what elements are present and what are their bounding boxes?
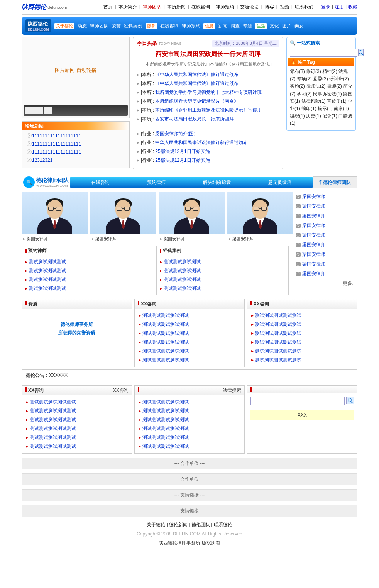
player-btn-3[interactable] — [44, 107, 52, 114]
list-item[interactable]: 测试测试测试测试测试 — [26, 415, 128, 424]
team-nav-item[interactable]: 预约律师 — [147, 179, 166, 186]
nav-item[interactable]: 律师团队 — [90, 23, 108, 29]
top-nav-item[interactable]: 律师预约 — [216, 4, 234, 10]
list-item[interactable]: 测试测试测试测试 — [25, 266, 151, 275]
top-right-link[interactable]: 收藏 — [348, 4, 357, 10]
list-item[interactable]: 测试测试测试测试测试 — [26, 433, 128, 442]
list-item[interactable]: 测试测试测试测试测试 — [251, 329, 353, 338]
lawyer-item[interactable]: 梁国安律师 — [296, 211, 357, 221]
list-item[interactable]: 测试测试测试测试测试 — [139, 442, 240, 451]
list-item[interactable]: 测试测试测试测试测试 — [251, 320, 353, 329]
lawyer-item[interactable]: 梁国安律师 — [296, 221, 357, 230]
list-item[interactable]: 测试测试测试测试测试 — [251, 338, 353, 347]
law-search-input[interactable] — [250, 397, 345, 405]
list-item[interactable]: 测试测试测试测试测试 — [26, 424, 128, 433]
list-item[interactable]: 测试测试测试测试 — [25, 258, 151, 266]
list-item[interactable]: 测试测试测试测试测试 — [139, 338, 240, 347]
list-item[interactable]: 测试测试测试测试测试 — [139, 424, 240, 433]
top-right-link[interactable]: 登录 — [321, 4, 330, 10]
news-item[interactable]: [行业]: 中华人民共和国民事诉讼法修订获得通过颁布 — [137, 138, 279, 147]
top-nav-item[interactable]: 宽频 — [280, 4, 289, 10]
lawyer-item[interactable]: 梁国安律师 — [296, 202, 357, 211]
news-item[interactable]: [行业]: 25部法规12月1日开始实施 — [137, 156, 279, 165]
list-item[interactable]: 测试测试测试测试 — [160, 275, 285, 284]
team-nav-item[interactable]: 解决纠纷锦囊 — [203, 179, 231, 186]
lawyer-item[interactable]: 梁国安律师 — [296, 230, 357, 240]
news-item[interactable]: [本所]: 《中华人民共和国律师法》修订通过颁布 — [137, 70, 279, 79]
nav-item[interactable]: 文化 — [270, 23, 279, 29]
footer-link[interactable]: 德伦新闻 — [169, 522, 188, 527]
nav-item[interactable]: 动态 — [78, 23, 87, 29]
news-item[interactable]: [本所]: 西安市司法局田宏政局长一行来所团拜 — [137, 115, 279, 124]
news-item[interactable]: [本所]: 我所团党委举办学习贯彻党的十七大精神专项研讨班 — [137, 88, 279, 97]
list-item[interactable]: 测试测试测试测试测试 — [139, 433, 240, 442]
nav-item[interactable]: 荣誉 — [112, 23, 121, 29]
forum-item[interactable]: 1111111111111111111 — [25, 140, 126, 148]
hot-tags[interactable]: 颁布(3) 修订(3) 精神(2) 法规(2) 专项(2) 党委(2) 研讨班(… — [288, 66, 354, 129]
top-right-link[interactable]: 注册 — [335, 4, 344, 10]
news-item[interactable]: [行业]: 25部法规12月1日开始实施 — [137, 147, 279, 156]
top-nav-item[interactable]: 本所简介 — [118, 4, 137, 10]
list-item[interactable]: 测试测试测试测试测试 — [251, 311, 353, 320]
player-bar[interactable] — [24, 105, 128, 116]
nav-item[interactable]: 新闻 — [218, 23, 227, 29]
list-item[interactable]: 测试测试测试测试测试 — [139, 347, 240, 356]
footer-link[interactable]: 联系德伦 — [214, 522, 232, 527]
list-item[interactable]: 测试测试测试测试测试 — [139, 356, 240, 364]
list-item[interactable]: 测试测试测试测试 — [160, 266, 285, 275]
top-nav-item[interactable]: 律师团队 — [143, 4, 161, 10]
search-input[interactable] — [290, 49, 357, 57]
player-btn-1[interactable] — [25, 107, 34, 114]
list-item[interactable]: 测试测试测试测试测试 — [251, 347, 353, 356]
nav-item[interactable]: 美女 — [294, 23, 304, 29]
lawyer-item[interactable]: 梁国安律师 — [296, 240, 357, 250]
search-button[interactable] — [358, 49, 364, 56]
list-item[interactable]: 测试测试测试测试测试 — [139, 407, 240, 415]
list-item[interactable]: 测试测试测试测试测试 — [139, 398, 240, 407]
list-item[interactable]: 测试测试测试测试测试 — [139, 320, 240, 329]
list-item[interactable]: 测试测试测试测试 — [25, 284, 151, 293]
forum-item[interactable]: 1111111111111111111 — [25, 132, 126, 140]
forum-item[interactable]: 1111111111111111111 — [25, 148, 126, 156]
top-nav-item[interactable]: 首页 — [103, 4, 113, 10]
news-item[interactable]: [行业]: 梁国安律师简介(图) — [137, 129, 279, 138]
portrait-card[interactable]: 梁国安律师 — [90, 192, 157, 243]
list-item[interactable]: 测试测试测试测试测试 — [139, 329, 240, 338]
headline[interactable]: 西安市司法局田宏政局长一行来所团拜 — [137, 50, 279, 58]
footer-link[interactable]: 德伦团队 — [191, 522, 210, 527]
list-item[interactable]: 测试测试测试测试 — [160, 258, 285, 266]
list-item[interactable]: 测试测试测试测试 — [25, 275, 151, 284]
top-nav-item[interactable]: 本所新闻 — [167, 4, 186, 10]
lawyer-item[interactable]: 梁国安律师 — [296, 250, 357, 259]
list-item[interactable]: 测试测试测试测试测试 — [26, 398, 128, 407]
list-item[interactable]: 测试测试测试测试测试 — [26, 407, 128, 415]
nav-item[interactable]: 调查 — [230, 23, 240, 29]
forum-item[interactable]: 12312321 — [25, 156, 126, 164]
news-item[interactable]: [本所]: 本所组织观看大型历史记录影片《南京》 — [137, 97, 279, 106]
news-item[interactable]: [本所]: 本所编印《企业用工新规定及法律风险提示》宣传册 — [137, 106, 279, 115]
law-search-button[interactable] — [346, 397, 354, 404]
list-item[interactable]: 测试测试测试测试测试 — [26, 442, 128, 451]
portrait-card[interactable]: 梁国安律师 — [22, 192, 88, 243]
team-nav-item[interactable]: 在线咨询 — [91, 179, 110, 186]
nav-item[interactable]: 经典案例 — [124, 23, 142, 29]
more-link[interactable]: 更多... — [296, 279, 357, 288]
top-nav-item[interactable]: 博客 — [265, 4, 274, 10]
nav-item[interactable]: 专题 — [243, 23, 252, 29]
lawyer-item[interactable]: 梁国安律师 — [296, 192, 357, 202]
portrait-card[interactable]: 梁国安律师 — [227, 192, 294, 243]
lawyer-item[interactable]: 梁国安律师 — [296, 269, 357, 279]
player-btn-2[interactable] — [34, 107, 43, 114]
list-item[interactable]: 测试测试测试测试测试 — [139, 415, 240, 424]
portrait-card[interactable]: 梁国安律师 — [159, 192, 225, 243]
nav-item[interactable]: 图片 — [282, 23, 291, 29]
nav-item[interactable]: 在线咨询 — [160, 23, 179, 29]
lawyer-item[interactable]: 梁国安律师 — [296, 259, 357, 269]
top-nav-item[interactable]: 联系我们 — [295, 4, 313, 10]
list-item[interactable]: 测试测试测试测试 — [160, 284, 285, 293]
list-item[interactable]: 测试测试测试测试测试 — [139, 311, 240, 320]
footer-link[interactable]: 关于德伦 — [147, 522, 165, 527]
list-item[interactable]: 测试测试测试测试测试 — [251, 356, 353, 364]
top-nav-item[interactable]: 交流论坛 — [240, 4, 259, 10]
nav-item[interactable]: 律师预约 — [182, 23, 200, 29]
